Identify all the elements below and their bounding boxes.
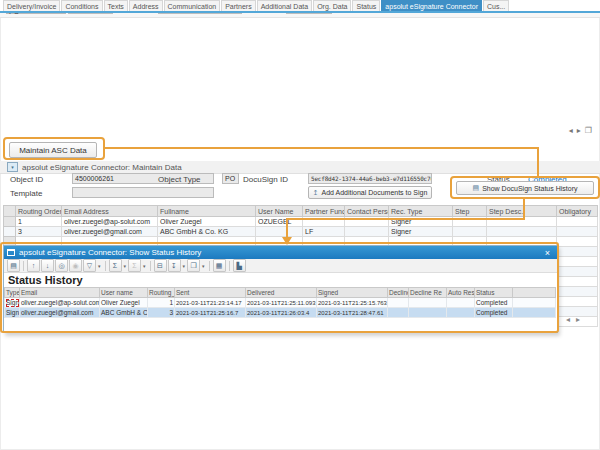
table-cell[interactable] bbox=[303, 217, 345, 227]
table-cell[interactable]: Completed bbox=[475, 308, 513, 318]
table-cell[interactable]: OZUEGEL bbox=[256, 217, 303, 227]
filter-icon-caret[interactable]: ▾ bbox=[98, 263, 101, 269]
subtotal-icon-caret[interactable]: ▾ bbox=[143, 263, 146, 269]
table-cell[interactable]: Signer bbox=[389, 227, 453, 237]
table-cell[interactable] bbox=[4, 217, 16, 227]
table-cell[interactable]: oliver.zuegel@gmail.com bbox=[62, 227, 158, 237]
table-cell[interactable]: Signer bbox=[5, 308, 20, 318]
add-documents-button[interactable]: ↥ Add Additional Documents to Sign bbox=[308, 186, 432, 199]
export-icon[interactable]: ↧ bbox=[168, 259, 181, 272]
table-cell[interactable] bbox=[256, 227, 303, 237]
table-cell[interactable] bbox=[409, 308, 447, 318]
table-row[interactable]: Signeroliver.zuegel@ap-solut.comOliver Z… bbox=[5, 298, 556, 308]
table-cell[interactable]: oliver.zuegel@ap-solut.com bbox=[62, 217, 158, 227]
table-cell[interactable]: 2021-03-11T21:28:47.61 bbox=[317, 308, 388, 318]
table-cell[interactable] bbox=[513, 298, 556, 308]
column-header[interactable]: Delivered bbox=[246, 288, 317, 298]
tab-overview-icon[interactable]: ❐ bbox=[585, 126, 592, 135]
table-cell[interactable] bbox=[345, 217, 389, 227]
table-cell[interactable]: 2021-03-11T21:25:16.7 bbox=[175, 308, 246, 318]
table-row[interactable]: 3oliver.zuegel@gmail.comABC GmbH & Co. K… bbox=[4, 227, 598, 237]
column-header[interactable]: Declined bbox=[388, 288, 409, 298]
table-row[interactable]: Signeroliver.zuegel@gmail.comABC GmbH & … bbox=[5, 308, 556, 318]
tab-org-data[interactable]: Org. Data bbox=[313, 0, 351, 11]
tab-partners[interactable]: Partners bbox=[221, 0, 255, 11]
column-header[interactable]: User Name bbox=[256, 206, 303, 217]
table-cell[interactable]: Signer bbox=[5, 298, 20, 308]
find-icon[interactable]: ◎ bbox=[55, 259, 68, 272]
column-header[interactable] bbox=[513, 288, 556, 298]
column-header[interactable]: Status bbox=[475, 288, 513, 298]
tab-texts[interactable]: Texts bbox=[104, 0, 128, 11]
tab-conditions[interactable]: Conditions bbox=[61, 0, 102, 11]
column-header[interactable]: Decline Re bbox=[409, 288, 447, 298]
dialog-title-bar[interactable]: apsolut eSignature Connector: Show Statu… bbox=[4, 246, 557, 259]
table-cell[interactable] bbox=[557, 297, 598, 307]
pager-next-icon[interactable]: ▸ bbox=[576, 315, 580, 324]
column-header[interactable]: Partner Function bbox=[303, 206, 345, 217]
column-header[interactable]: Type bbox=[5, 288, 20, 298]
table-cell[interactable] bbox=[557, 277, 598, 287]
column-header[interactable]: Obligatory bbox=[557, 206, 598, 217]
table-cell[interactable] bbox=[487, 217, 557, 227]
tab-additional-data[interactable]: Additional Data bbox=[257, 0, 312, 11]
table-cell[interactable] bbox=[557, 217, 598, 227]
table-cell[interactable] bbox=[557, 237, 598, 247]
column-header[interactable]: Signed bbox=[317, 288, 388, 298]
table-cell[interactable]: ABC GmbH & Co.. bbox=[100, 308, 148, 318]
pager-prev-icon[interactable]: ◂ bbox=[566, 315, 570, 324]
graphic-icon[interactable]: ▙ bbox=[233, 259, 246, 272]
table-cell[interactable]: Completed bbox=[475, 298, 513, 308]
sum-icon[interactable]: Σ bbox=[109, 259, 122, 272]
table-cell[interactable]: oliver.zuegel@ap-solut.com bbox=[20, 298, 100, 308]
table-cell[interactable]: 3 bbox=[16, 227, 62, 237]
table-cell[interactable] bbox=[513, 308, 556, 318]
column-header[interactable]: User name bbox=[100, 288, 148, 298]
tab-apsolut-esignature-connector[interactable]: apsolut eSignature Connector bbox=[381, 0, 482, 11]
column-header[interactable] bbox=[4, 206, 16, 217]
maintain-asc-data-button[interactable]: Maintain ASC Data bbox=[9, 142, 97, 158]
tab-status[interactable]: Status bbox=[352, 0, 380, 11]
table-cell[interactable] bbox=[557, 257, 598, 267]
table-cell[interactable] bbox=[557, 247, 598, 257]
table-cell[interactable]: ABC GmbH & Co. KG bbox=[158, 227, 256, 237]
table-cell[interactable] bbox=[447, 308, 475, 318]
table-cell[interactable]: 2021-03-11T21:25:11.093 bbox=[246, 298, 317, 308]
tab-cus-[interactable]: Cus... bbox=[483, 0, 509, 11]
table-settings-icon[interactable]: ▦ bbox=[213, 259, 226, 272]
table-cell[interactable]: 2021-03-11T21:25:15.763 bbox=[317, 298, 388, 308]
tray-expand-icon[interactable]: ▾ bbox=[7, 162, 18, 172]
table-cell[interactable]: 3 bbox=[148, 308, 175, 318]
table-cell[interactable] bbox=[487, 227, 557, 237]
table-cell[interactable]: LF bbox=[303, 227, 345, 237]
column-header[interactable]: Routing_ bbox=[148, 288, 175, 298]
table-cell[interactable]: Oliver Zuegel bbox=[100, 298, 148, 308]
template-field[interactable] bbox=[72, 187, 214, 198]
table-cell[interactable]: Signer bbox=[389, 217, 453, 227]
table-cell[interactable] bbox=[557, 267, 598, 277]
show-history-button[interactable]: ▤ Show DocuSign Status History bbox=[456, 181, 594, 195]
sort-ascending-icon[interactable]: ↑ bbox=[27, 259, 40, 272]
tab-scroll-right-icon[interactable]: ▸ bbox=[577, 126, 581, 135]
table-cell[interactable] bbox=[388, 298, 409, 308]
object-type-field[interactable]: PO bbox=[222, 173, 239, 184]
table-cell[interactable] bbox=[4, 227, 16, 237]
tab-address[interactable]: Address bbox=[129, 0, 163, 11]
sum-icon-caret[interactable]: ▾ bbox=[124, 263, 127, 269]
tab-communication[interactable]: Communication bbox=[164, 0, 221, 11]
export-icon-caret[interactable]: ▾ bbox=[183, 263, 186, 269]
table-cell[interactable] bbox=[453, 227, 487, 237]
details-icon[interactable]: ▤ bbox=[7, 259, 20, 272]
table-cell[interactable] bbox=[345, 227, 389, 237]
local-file-icon-caret[interactable]: ▾ bbox=[202, 263, 205, 269]
table-cell[interactable] bbox=[557, 287, 598, 297]
table-cell[interactable]: oliver.zuegel@gmail.com bbox=[20, 308, 100, 318]
tab-scroll-left-icon[interactable]: ◂ bbox=[569, 126, 573, 135]
table-cell[interactable] bbox=[409, 298, 447, 308]
table-cell[interactable]: 2021-03-11T21:23:14.17 bbox=[175, 298, 246, 308]
column-header[interactable]: Step Desc. bbox=[487, 206, 557, 217]
column-header[interactable]: Fullname bbox=[158, 206, 256, 217]
table-cell[interactable]: Oliver Zuegel bbox=[158, 217, 256, 227]
column-header[interactable]: Rec. Type bbox=[389, 206, 453, 217]
table-cell[interactable]: 1 bbox=[16, 217, 62, 227]
